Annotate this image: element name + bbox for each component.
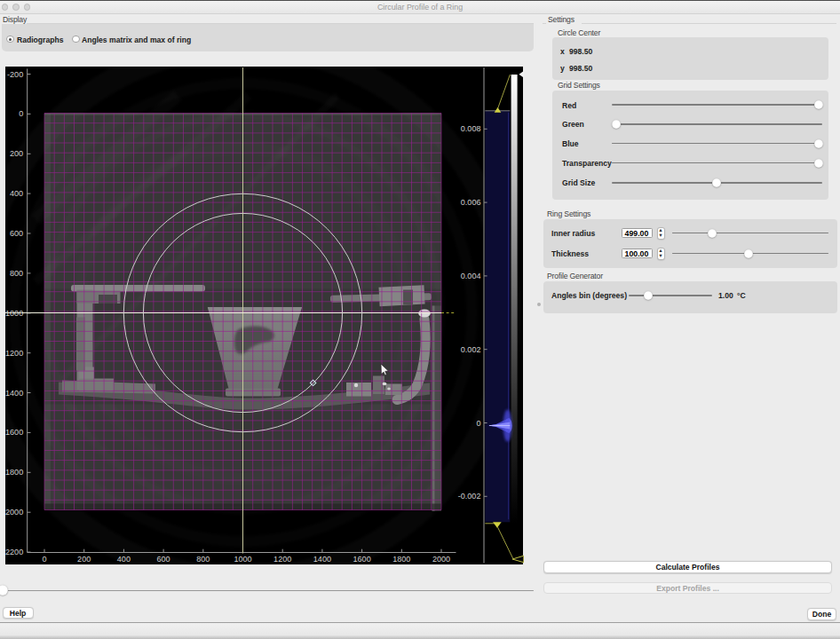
svg-text:1400: 1400 bbox=[313, 555, 331, 564]
svg-text:1600: 1600 bbox=[353, 555, 370, 564]
svg-text:800: 800 bbox=[10, 269, 23, 278]
svg-text:-0.002: -0.002 bbox=[458, 492, 481, 501]
svg-text:0: 0 bbox=[476, 419, 480, 428]
svg-text:2000: 2000 bbox=[5, 508, 23, 517]
svg-text:200: 200 bbox=[10, 149, 23, 158]
svg-text:1400: 1400 bbox=[5, 389, 23, 398]
svg-text:1200: 1200 bbox=[273, 555, 291, 564]
svg-text:0: 0 bbox=[42, 555, 46, 564]
svg-text:1200: 1200 bbox=[5, 349, 23, 358]
svg-text:0.006: 0.006 bbox=[461, 198, 481, 207]
svg-text:2000: 2000 bbox=[432, 555, 450, 564]
svg-text:800: 800 bbox=[196, 555, 210, 564]
svg-text:1800: 1800 bbox=[392, 555, 410, 564]
svg-text:0.004: 0.004 bbox=[461, 272, 481, 280]
svg-text:2200: 2200 bbox=[5, 548, 23, 556]
svg-text:600: 600 bbox=[157, 555, 170, 564]
svg-text:600: 600 bbox=[10, 229, 23, 238]
svg-text:-200: -200 bbox=[7, 70, 23, 79]
svg-text:200: 200 bbox=[77, 555, 91, 564]
svg-text:1800: 1800 bbox=[5, 468, 23, 477]
svg-text:400: 400 bbox=[117, 555, 131, 564]
svg-text:1600: 1600 bbox=[5, 428, 23, 437]
svg-text:0.002: 0.002 bbox=[461, 345, 481, 354]
svg-text:0.008: 0.008 bbox=[461, 124, 481, 133]
svg-text:0: 0 bbox=[19, 109, 23, 118]
svg-text:1000: 1000 bbox=[234, 555, 251, 564]
svg-text:400: 400 bbox=[10, 189, 23, 198]
